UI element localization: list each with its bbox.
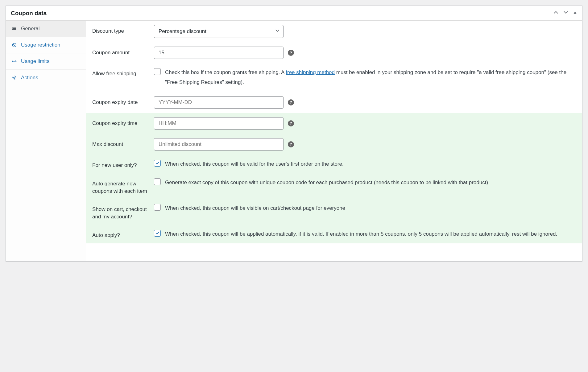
tab-general[interactable]: General (6, 21, 86, 37)
tab-usage-restriction[interactable]: Usage restriction (6, 37, 86, 53)
free-shipping-method-link[interactable]: free shipping method (286, 69, 335, 75)
tab-usage-limits[interactable]: Usage limits (6, 53, 86, 70)
label-show-on-cart: Show on cart, checkout and my account? (92, 203, 154, 221)
coupon-amount-input[interactable] (154, 47, 284, 59)
help-icon[interactable]: ? (288, 141, 294, 147)
discount-type-selected: Percentage discount (154, 25, 284, 38)
row-auto-generate: Auto generate new coupons with each item… (86, 173, 582, 199)
gear-icon (11, 75, 17, 81)
new-user-only-desc: When checked, this coupon will be valid … (165, 159, 344, 169)
ban-icon (11, 42, 17, 48)
label-coupon-amount: Coupon amount (92, 47, 154, 56)
move-down-icon[interactable] (563, 10, 569, 17)
row-free-shipping: Allow free shipping Check this box if th… (86, 63, 582, 92)
label-expiry-time: Coupon expiry time (92, 117, 154, 127)
free-shipping-desc: Check this box if the coupon grants free… (165, 68, 576, 88)
help-icon[interactable]: ? (288, 50, 294, 56)
move-up-icon[interactable] (553, 10, 559, 17)
coupon-data-panel: Coupon data General (6, 6, 582, 262)
sidebar-tabs: General Usage restriction Usage limits A… (6, 21, 86, 261)
tab-label: Usage limits (21, 58, 50, 64)
expiry-date-input[interactable] (154, 96, 284, 109)
row-auto-apply: Auto apply? When checked, this coupon wi… (86, 225, 582, 243)
label-auto-apply: Auto apply? (92, 229, 154, 239)
show-on-cart-checkbox[interactable] (154, 204, 161, 211)
row-expiry-time: Coupon expiry time ? (86, 113, 582, 134)
panel-header-controls (553, 10, 577, 17)
arrows-horizontal-icon (11, 59, 17, 64)
panel-header: Coupon data (6, 6, 582, 21)
free-shipping-desc-pre: Check this box if the coupon grants free… (165, 69, 286, 75)
free-shipping-checkbox[interactable] (154, 68, 161, 75)
row-new-user-only: For new user only? When checked, this co… (86, 155, 582, 173)
label-auto-generate: Auto generate new coupons with each item (92, 178, 154, 195)
row-max-discount: Max discount ? (86, 134, 582, 155)
tab-label: General (21, 26, 39, 32)
help-icon[interactable]: ? (288, 120, 294, 126)
label-max-discount: Max discount (92, 138, 154, 148)
row-discount-type: Discount type Percentage discount (86, 21, 582, 42)
tab-label: Actions (21, 75, 38, 81)
help-icon[interactable]: ? (288, 99, 294, 105)
auto-apply-desc: When checked, this coupon will be applie… (165, 229, 557, 239)
label-new-user-only: For new user only? (92, 159, 154, 169)
label-discount-type: Discount type (92, 25, 154, 35)
panel-body: General Usage restriction Usage limits A… (6, 21, 582, 261)
svg-line-1 (13, 44, 15, 46)
toggle-panel-icon[interactable] (573, 10, 577, 16)
tab-label: Usage restriction (21, 42, 60, 48)
ticket-icon (11, 26, 17, 31)
auto-apply-checkbox[interactable] (154, 230, 161, 237)
panel-title: Coupon data (11, 10, 47, 17)
show-on-cart-desc: When checked, this coupon will be visibl… (165, 203, 345, 213)
row-expiry-date: Coupon expiry date ? (86, 92, 582, 113)
tab-actions[interactable]: Actions (6, 70, 86, 86)
form-content: Discount type Percentage discount Coupon… (86, 21, 582, 261)
discount-type-select[interactable]: Percentage discount (154, 25, 284, 38)
new-user-only-checkbox[interactable] (154, 160, 161, 167)
max-discount-input[interactable] (154, 138, 284, 151)
svg-point-2 (14, 77, 15, 79)
auto-generate-checkbox[interactable] (154, 178, 161, 185)
expiry-time-input[interactable] (154, 117, 284, 130)
row-coupon-amount: Coupon amount ? (86, 42, 582, 63)
auto-generate-desc: Generate exact copy of this coupon with … (165, 178, 488, 188)
label-expiry-date: Coupon expiry date (92, 96, 154, 106)
row-show-on-cart: Show on cart, checkout and my account? W… (86, 199, 582, 225)
label-free-shipping: Allow free shipping (92, 68, 154, 77)
